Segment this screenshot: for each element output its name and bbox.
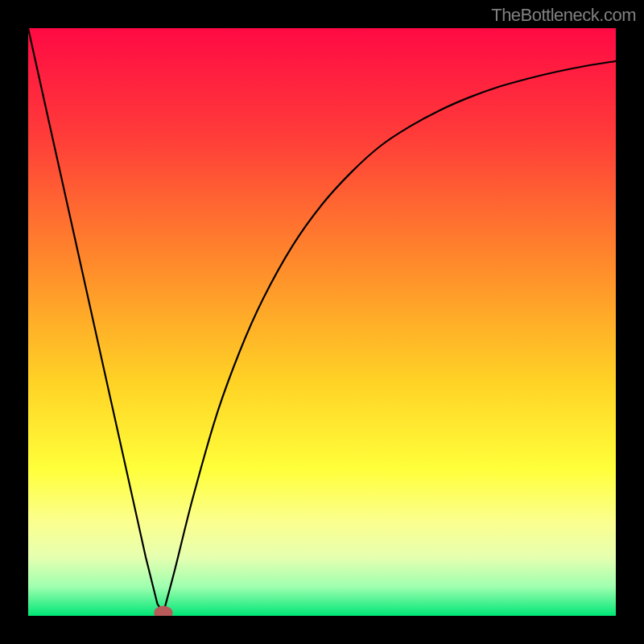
gradient-background [28,28,616,616]
attribution-text: TheBottleneck.com [491,5,636,26]
chart-svg [28,28,616,616]
plot-area [28,28,616,616]
chart-frame: TheBottleneck.com [0,0,644,644]
